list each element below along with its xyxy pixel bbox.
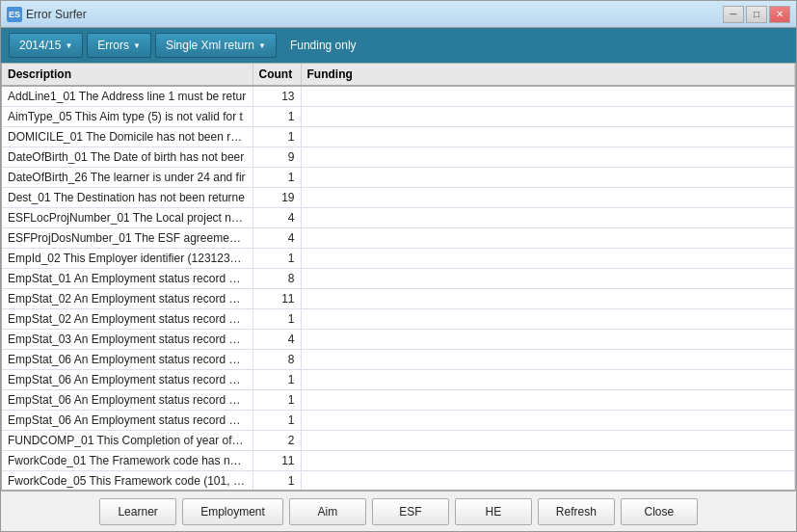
title-bar-controls: ─ □ ✕ [723,6,790,23]
table-row[interactable]: Dest_01 The Destination has not been ret… [2,188,795,208]
window-title: Error Surfer [26,8,87,21]
close-button[interactable]: Close [621,498,698,525]
table-row[interactable]: DateOfBirth_01 The Date of birth has not… [2,147,795,168]
employment-button[interactable]: Employment [182,498,283,525]
funding-cell [301,127,795,147]
funding-cell [301,289,795,309]
description-cell: EmpStat_02 An Employment status record h… [2,309,252,330]
description-cell: EmpStat_06 An Employment status record h… [2,411,252,431]
count-cell: 1 [252,411,301,431]
count-cell: 13 [252,86,301,107]
learner-button[interactable]: Learner [99,498,176,525]
aim-button[interactable]: Aim [289,498,366,525]
table-body: AddLine1_01 The Address line 1 must be r… [2,86,795,491]
description-cell: AimType_05 This Aim type (5) is not vali… [2,107,252,127]
table-row[interactable]: AimType_05 This Aim type (5) is not vali… [2,107,795,127]
description-cell: EmpStat_06 An Employment status record h… [2,350,252,370]
maximize-button[interactable]: □ [746,6,767,23]
table-row[interactable]: EmpStat_06 An Employment status record h… [2,390,795,411]
count-cell: 11 [252,451,301,471]
main-window: ES Error Surfer ─ □ ✕ 2014/15 ▼ Errors ▼… [0,0,797,532]
table-row[interactable]: FworkCode_05 This Framework code (101, P… [2,471,795,492]
table-row[interactable]: ESFLocProjNumber_01 The Local project nu… [2,208,795,228]
description-cell: FworkCode_01 The Framework code has not … [2,451,252,471]
funding-cell [301,107,795,127]
table-row[interactable]: FworkCode_01 The Framework code has not … [2,451,795,471]
description-cell: EmpStat_06 An Employment status record h… [2,390,252,411]
table-row[interactable]: EmpStat_03 An Employment status record h… [2,330,795,350]
esf-button[interactable]: ESF [372,498,449,525]
count-cell: 4 [252,228,301,249]
window-close-button[interactable]: ✕ [769,6,790,23]
funding-cell [301,471,795,492]
table-row[interactable]: DOMICILE_01 The Domicile has not been re… [2,127,795,147]
description-cell: DateOfBirth_26 The learner is under 24 a… [2,168,252,188]
count-cell: 8 [252,269,301,289]
table-row[interactable]: EmpStat_01 An Employment status record h… [2,269,795,289]
funding-cell [301,370,795,390]
table-row[interactable]: EmpStat_02 An Employment status record h… [2,289,795,309]
count-cell: 1 [252,168,301,188]
data-table-container[interactable]: Description Count Funding AddLine1_01 Th… [1,63,796,491]
count-cell: 1 [252,471,301,492]
he-button[interactable]: HE [455,498,532,525]
xml-dropdown-arrow: ▼ [258,41,266,50]
description-cell: Dest_01 The Destination has not been ret… [2,188,252,208]
table-row[interactable]: FUNDCOMP_01 This Completion of year of i… [2,431,795,451]
description-cell: DateOfBirth_01 The Date of birth has not… [2,147,252,168]
description-cell: EmpStat_02 An Employment status record h… [2,289,252,309]
minimize-button[interactable]: ─ [723,6,744,23]
app-icon: ES [7,7,22,22]
table-row[interactable]: EmpStat_06 An Employment status record h… [2,350,795,370]
description-cell: EmpStat_01 An Employment status record h… [2,269,252,289]
funding-cell [301,147,795,168]
description-cell: EmpId_02 This Employer identifier (12312… [2,249,252,269]
funding-cell [301,431,795,451]
count-header: Count [252,64,301,86]
errors-dropdown-arrow: ▼ [133,41,141,50]
footer: LearnerEmploymentAimESFHERefreshClose [1,491,796,531]
count-cell: 4 [252,330,301,350]
table-row[interactable]: DateOfBirth_26 The learner is under 24 a… [2,168,795,188]
funding-cell [301,411,795,431]
table-row[interactable]: AddLine1_01 The Address line 1 must be r… [2,86,795,107]
title-bar-left: ES Error Surfer [7,7,87,22]
description-cell: EmpStat_06 An Employment status record h… [2,370,252,390]
main-content: Description Count Funding AddLine1_01 Th… [1,63,796,491]
errors-dropdown[interactable]: Errors ▼ [87,33,151,58]
funding-cell [301,451,795,471]
funding-label: Funding only [280,36,366,55]
title-bar: ES Error Surfer ─ □ ✕ [1,1,796,28]
description-cell: DOMICILE_01 The Domicile has not been re… [2,127,252,147]
count-cell: 1 [252,390,301,411]
year-dropdown-arrow: ▼ [65,41,72,50]
table-row[interactable]: EmpId_02 This Employer identifier (12312… [2,249,795,269]
table-row[interactable]: EmpStat_06 An Employment status record h… [2,370,795,390]
year-dropdown[interactable]: 2014/15 ▼ [9,33,83,58]
count-cell: 2 [252,431,301,451]
funding-cell [301,228,795,249]
table-row[interactable]: EmpStat_06 An Employment status record h… [2,411,795,431]
funding-cell [301,309,795,330]
count-cell: 1 [252,370,301,390]
count-cell: 1 [252,249,301,269]
count-cell: 1 [252,107,301,127]
table-row[interactable]: EmpStat_02 An Employment status record h… [2,309,795,330]
refresh-button[interactable]: Refresh [538,498,615,525]
funding-cell [301,208,795,228]
description-cell: ESFProjDosNumber_01 The ESF agreement ID [2,228,252,249]
toolbar: 2014/15 ▼ Errors ▼ Single Xml return ▼ F… [1,28,796,63]
count-cell: 19 [252,188,301,208]
table-row[interactable]: ESFProjDosNumber_01 The ESF agreement ID… [2,228,795,249]
count-cell: 1 [252,127,301,147]
count-cell: 11 [252,289,301,309]
table-header-row: Description Count Funding [2,64,795,86]
funding-cell [301,188,795,208]
description-cell: EmpStat_03 An Employment status record h… [2,330,252,350]
funding-cell [301,86,795,107]
description-header: Description [2,64,252,86]
xml-dropdown[interactable]: Single Xml return ▼ [155,33,277,58]
count-cell: 1 [252,309,301,330]
funding-header: Funding [301,64,795,86]
description-cell: AddLine1_01 The Address line 1 must be r… [2,86,252,107]
